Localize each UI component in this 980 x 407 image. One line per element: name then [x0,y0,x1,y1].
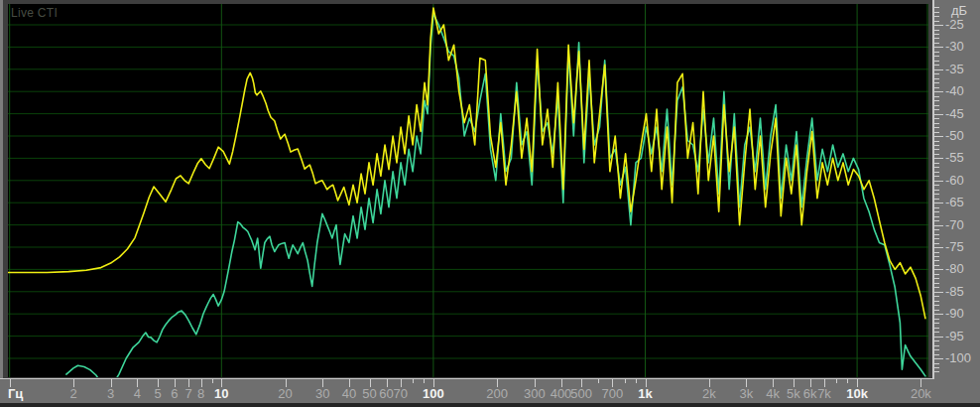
db-tick [934,158,943,159]
db-tick [934,238,939,239]
db-tick [934,337,943,338]
spectrum-analyzer-window: Live CTI -25-30-35-40-45-50-55-60-65-70-… [0,0,980,407]
db-tick [934,132,939,133]
frequency-tick [413,379,414,383]
db-tick [934,38,939,39]
db-tick [934,61,939,62]
frequency-tick-label: 60 [379,386,393,401]
db-tick [934,363,939,364]
db-tick [934,123,939,124]
frequency-tick-label: 70 [394,386,408,401]
db-tick-label: -80 [945,262,964,276]
db-tick [934,78,939,79]
frequency-tick-label: 10k [846,386,868,401]
frequency-tick-label: 1k [638,386,652,401]
db-tick [934,30,939,31]
db-tick [934,310,939,311]
db-tick-label: -30 [945,40,964,54]
db-tick [934,96,939,97]
db-tick [934,109,939,110]
db-tick-label: -55 [945,151,964,165]
frequency-tick [424,379,425,383]
db-tick [934,349,939,350]
db-tick [934,354,939,355]
frequency-tick [212,379,213,383]
frequency-tick-label: 100 [423,386,444,401]
db-tick [934,149,939,150]
db-tick [934,69,943,70]
db-tick [934,305,939,306]
db-tick [934,367,939,368]
db-tick [934,114,943,115]
db-tick [934,185,939,186]
db-tick [934,278,939,279]
db-tick [934,43,939,44]
db-tick [934,100,939,101]
db-unit-label: дБ [951,3,967,18]
db-tick [934,243,939,244]
db-tick [934,287,939,288]
frequency-tick-label: 5k [787,386,800,401]
frequency-tick-label: 2k [702,386,716,401]
db-tick [934,25,943,26]
db-tick-label: -35 [945,63,964,76]
db-tick [934,260,939,261]
db-tick [934,105,939,106]
db-tick [934,274,939,275]
frequency-tick [598,379,599,383]
frequency-tick-label: 7 [185,386,192,401]
db-tick [934,87,939,88]
db-tick-label: -85 [945,285,964,299]
db-tick [934,181,943,182]
db-tick [934,56,939,57]
db-tick [934,265,939,266]
frequency-tick-label: 700 [602,386,624,401]
frequency-tick [847,379,848,383]
live-source-label: Live CTI [11,6,58,20]
frequency-tick-label: 7k [817,386,831,401]
db-tick [934,203,943,204]
db-tick [934,328,939,329]
db-tick-label: -70 [945,218,964,232]
db-tick [934,301,939,302]
db-tick [934,194,939,195]
db-tick [934,371,939,372]
db-tick [934,256,939,257]
db-tick-label: -65 [945,196,964,209]
frequency-tick-label: 50 [362,386,376,401]
db-tick [934,136,943,137]
frequency-tick-label: 30 [315,386,329,401]
db-tick-label: -45 [945,107,964,121]
db-tick [934,190,939,191]
spectrum-plot-area[interactable]: Live CTI [8,4,928,377]
db-tick [934,34,939,35]
db-ruler: -25-30-35-40-45-50-55-60-65-70-75-80-85-… [934,0,980,379]
db-tick [934,332,939,333]
db-tick [934,118,939,119]
trace-yellow [8,8,925,319]
db-tick [934,340,939,341]
db-tick [934,199,939,200]
db-tick [934,229,939,230]
db-tick-label: -40 [945,84,964,98]
db-tick-label: -90 [945,307,964,321]
db-tick [934,234,939,235]
db-tick [934,296,939,297]
db-tick-label: -25 [945,18,964,32]
db-tick [934,154,939,155]
db-tick [934,252,939,253]
frequency-tick-label: 6 [171,386,178,401]
db-tick [934,73,939,74]
db-tick [934,211,939,212]
frequency-tick-label: 300 [524,386,546,401]
db-tick [934,141,939,142]
db-tick [934,292,943,293]
db-tick [934,16,939,17]
db-tick [934,323,939,324]
frequency-tick-label: 500 [570,386,592,401]
db-tick-label: -75 [945,240,964,254]
frequency-tick-label: 40 [342,386,356,401]
db-tick [934,91,943,92]
window-bottom-edge [0,403,980,407]
frequency-tick-label: 4k [766,386,780,401]
